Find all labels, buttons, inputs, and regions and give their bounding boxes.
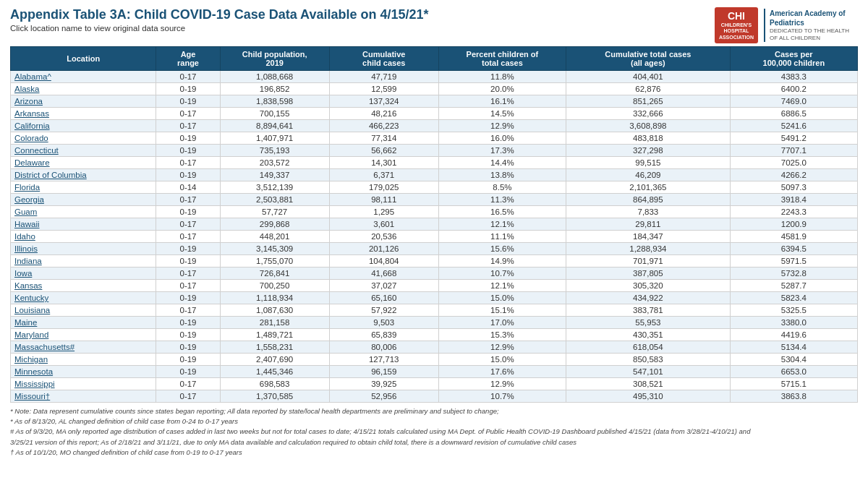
cell-cases: 12,599 (329, 82, 438, 95)
cell-age: 0-17 (156, 107, 220, 119)
cell-cases: 201,126 (329, 242, 438, 254)
cell-pct: 15.6% (438, 242, 566, 254)
location-cell[interactable]: Massachusetts# (11, 341, 156, 353)
cell-per100k: 5971.5 (730, 254, 857, 267)
location-cell[interactable]: Minnesota (11, 365, 156, 377)
aap-logo-sub: DEDICATED TO THE HEALTH OF ALL CHILDREN (770, 27, 858, 43)
cell-age: 0-17 (156, 193, 220, 205)
location-cell[interactable]: Delaware (11, 156, 156, 168)
cell-pop: 1,118,934 (220, 291, 329, 304)
cell-per100k: 1200.9 (730, 218, 857, 230)
cell-pop: 3,512,139 (220, 181, 329, 193)
cell-cases: 20,536 (329, 230, 438, 242)
cell-cases: 77,314 (329, 132, 438, 144)
location-cell[interactable]: Illinois (11, 242, 156, 254)
location-cell[interactable]: Hawaii (11, 218, 156, 230)
cell-pop: 2,503,881 (220, 193, 329, 205)
footnotes: * Note: Data represent cumulative counts… (10, 406, 858, 458)
location-cell[interactable]: Louisiana (11, 304, 156, 316)
cell-cases: 6,371 (329, 168, 438, 181)
cell-per100k: 4581.9 (730, 230, 857, 242)
table-row: Iowa0-17726,84141,66810.7%387,8055732.8 (11, 267, 858, 279)
table-body: Alabama^0-171,088,66847,71911.8%404,4014… (11, 70, 858, 402)
main-title: Appendix Table 3A: Child COVID-19 Case D… (10, 7, 429, 22)
location-cell[interactable]: Arizona (11, 95, 156, 107)
table-row: Alaska0-19196,85212,59920.0%62,8766400.2 (11, 82, 858, 95)
cell-pct: 15.3% (438, 328, 566, 341)
cell-age: 0-19 (156, 328, 220, 341)
cell-cases: 466,223 (329, 119, 438, 132)
cell-age: 0-19 (156, 144, 220, 156)
table-header: Location Agerange Child population,2019 … (11, 46, 858, 70)
cell-per100k: 5823.4 (730, 291, 857, 304)
aap-logo-title: American Academy of Pediatrics (770, 9, 858, 27)
table-row: Mississippi0-17698,58339,92512.9%308,521… (11, 377, 858, 390)
location-cell[interactable]: Alabama^ (11, 70, 156, 82)
table-row: Arizona0-191,838,598137,32416.1%851,2657… (11, 95, 858, 107)
location-cell[interactable]: Kansas (11, 279, 156, 291)
cell-age: 0-17 (156, 390, 220, 402)
cell-total: 99,515 (566, 156, 731, 168)
location-cell[interactable]: Florida (11, 181, 156, 193)
table-row: Guam0-1957,7271,29516.5%7,8332243.3 (11, 205, 858, 218)
cell-per100k: 5715.1 (730, 377, 857, 390)
aap-logo: American Academy of Pediatrics DEDICATED… (764, 9, 858, 43)
location-cell[interactable]: Maryland (11, 328, 156, 341)
cell-pct: 11.3% (438, 193, 566, 205)
cell-pct: 15.0% (438, 353, 566, 365)
cell-age: 0-19 (156, 205, 220, 218)
location-cell[interactable]: Colorado (11, 132, 156, 144)
location-cell[interactable]: Connecticut (11, 144, 156, 156)
col-age: Agerange (156, 46, 220, 70)
location-cell[interactable]: District of Columbia (11, 168, 156, 181)
cell-pct: 17.3% (438, 144, 566, 156)
table-row: Minnesota0-191,445,34696,15917.6%547,101… (11, 365, 858, 377)
cell-per100k: 5287.7 (730, 279, 857, 291)
subtitle: Click location name to view original dat… (10, 24, 429, 33)
cell-age: 0-19 (156, 168, 220, 181)
cell-pop: 1,489,721 (220, 328, 329, 341)
table-row: Maine0-19281,1589,50317.0%55,9533380.0 (11, 316, 858, 328)
cell-pop: 1,088,668 (220, 70, 329, 82)
location-cell[interactable]: Alaska (11, 82, 156, 95)
cell-pop: 700,155 (220, 107, 329, 119)
cell-total: 483,818 (566, 132, 731, 144)
location-cell[interactable]: California (11, 119, 156, 132)
cell-per100k: 5491.2 (730, 132, 857, 144)
location-cell[interactable]: Idaho (11, 230, 156, 242)
cell-age: 0-19 (156, 341, 220, 353)
location-cell[interactable]: Missouri† (11, 390, 156, 402)
cell-total: 1,288,934 (566, 242, 731, 254)
cell-age: 0-17 (156, 230, 220, 242)
data-table: Location Agerange Child population,2019 … (10, 46, 858, 403)
cell-pop: 57,727 (220, 205, 329, 218)
location-cell[interactable]: Kentucky (11, 291, 156, 304)
cell-age: 0-17 (156, 377, 220, 390)
header-row: Appendix Table 3A: Child COVID-19 Case D… (10, 7, 858, 43)
chi-logo-text: CHI (728, 10, 745, 22)
location-cell[interactable]: Georgia (11, 193, 156, 205)
cell-total: 332,666 (566, 107, 731, 119)
cell-per100k: 4266.2 (730, 168, 857, 181)
cell-age: 0-17 (156, 267, 220, 279)
location-cell[interactable]: Maine (11, 316, 156, 328)
cell-pop: 8,894,641 (220, 119, 329, 132)
cell-total: 308,521 (566, 377, 731, 390)
cell-total: 46,209 (566, 168, 731, 181)
location-cell[interactable]: Arkansas (11, 107, 156, 119)
cell-total: 430,351 (566, 328, 731, 341)
cell-cases: 37,027 (329, 279, 438, 291)
location-cell[interactable]: Mississippi (11, 377, 156, 390)
location-cell[interactable]: Indiana (11, 254, 156, 267)
cell-age: 0-17 (156, 279, 220, 291)
location-cell[interactable]: Guam (11, 205, 156, 218)
cell-per100k: 3863.8 (730, 390, 857, 402)
cell-pct: 16.0% (438, 132, 566, 144)
location-cell[interactable]: Michigan (11, 353, 156, 365)
location-cell[interactable]: Iowa (11, 267, 156, 279)
cell-cases: 3,601 (329, 218, 438, 230)
cell-age: 0-19 (156, 242, 220, 254)
cell-total: 850,583 (566, 353, 731, 365)
cell-cases: 47,719 (329, 70, 438, 82)
table-row: District of Columbia0-19149,3376,37113.8… (11, 168, 858, 181)
